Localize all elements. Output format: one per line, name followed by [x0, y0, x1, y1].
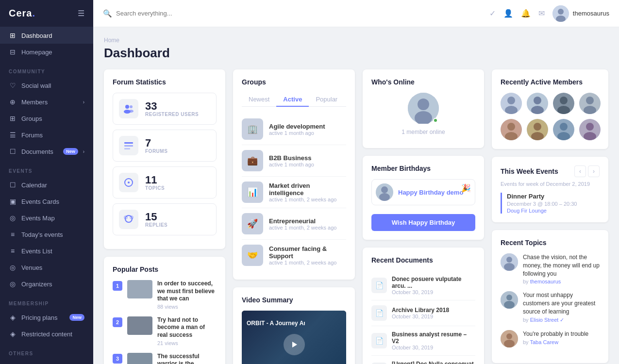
check-icon[interactable]: ✓: [489, 9, 496, 18]
search-box: 🔍: [103, 9, 484, 18]
birthday-avatar: [376, 183, 393, 201]
doc-name[interactable]: Donec posuere vulputate arcu. ...: [392, 276, 475, 289]
member-avatar[interactable]: [527, 119, 548, 140]
list-item: Your most unhappy customers are your gre…: [501, 291, 600, 323]
sidebar-item-restricted[interactable]: ◈ Restricted content: [0, 326, 93, 342]
sidebar-item-dashboard[interactable]: ⊞ Dashboard: [0, 27, 93, 44]
sidebar-item-label: Forums: [21, 132, 84, 139]
post-title[interactable]: The successful warrior is the average ma…: [157, 353, 217, 364]
sidebar-item-label: Members: [21, 99, 78, 106]
sidebar-item-social-wall[interactable]: ♡ Social wall: [0, 77, 93, 94]
topbar: 🔍 ✓ 👤 🔔 ✉ themosaurus: [93, 0, 619, 27]
svg-point-4: [130, 105, 133, 108]
sidebar-item-label: Groups: [21, 115, 84, 122]
birthday-item: Happy Birthday demo 🎉: [371, 179, 475, 205]
sidebar-item-todays-events[interactable]: ≡ Today's events: [0, 226, 93, 243]
sidebar-item-homepage[interactable]: ⊟ Homepage: [0, 44, 93, 60]
documents-icon: ☐: [9, 148, 17, 155]
wish-birthday-button[interactable]: Wish Happy Birthday: [371, 214, 475, 231]
group-name[interactable]: Market driven intelligence: [269, 182, 346, 197]
list-item: Chase the vision, not the money, the mon…: [501, 253, 600, 284]
cards-icon: ▣: [9, 198, 17, 205]
svg-rect-9: [124, 148, 130, 149]
doc-name[interactable]: Archive Library 2018: [392, 307, 449, 314]
svg-point-42: [560, 123, 568, 131]
member-avatar[interactable]: [527, 93, 548, 114]
bell-icon[interactable]: 🔔: [521, 9, 531, 18]
sidebar-item-calendar[interactable]: ☐ Calendar: [0, 177, 93, 193]
group-name[interactable]: Agile development: [269, 123, 325, 130]
list-item: 📄 Business analyst resume – V2 October 3…: [371, 326, 475, 356]
birthdays-title: Member Birthdays: [371, 165, 475, 172]
group-name[interactable]: Entrepreneurial: [269, 217, 336, 225]
hamburger-icon[interactable]: ☰: [78, 9, 84, 18]
list-item: 3 The successful warrior is the average …: [113, 353, 217, 364]
topic-text[interactable]: Chase the vision, not the money, the mon…: [523, 253, 600, 278]
member-avatar[interactable]: [553, 119, 574, 140]
group-meta: active 1 month, 2 weeks ago: [269, 197, 346, 202]
svg-point-22: [379, 193, 390, 201]
post-title[interactable]: In order to succeed, we must first belie…: [157, 280, 217, 303]
search-input[interactable]: [116, 10, 242, 17]
event-name[interactable]: Dinner Party: [507, 193, 600, 200]
chevron-right-icon: ›: [83, 149, 84, 154]
member-avatar[interactable]: [579, 119, 601, 140]
tab-newest[interactable]: Newest: [242, 93, 276, 107]
sidebar-item-events-list[interactable]: ≡ Events List: [0, 243, 93, 259]
svg-point-6: [129, 110, 134, 113]
sidebar-item-members[interactable]: ⊕ Members ›: [0, 94, 93, 110]
group-name[interactable]: B2B Business: [269, 154, 314, 162]
sidebar-item-venues[interactable]: ◎ Venues: [0, 259, 93, 276]
sidebar-item-documents[interactable]: ☐ Documents New ›: [0, 143, 93, 160]
tab-popular[interactable]: Popular: [309, 93, 344, 107]
topic-author-avatar: [501, 253, 518, 271]
sidebar-item-pricing[interactable]: ◈ Pricing plans New: [0, 309, 93, 326]
restricted-icon: ◈: [9, 330, 17, 338]
tab-active[interactable]: Active: [276, 93, 309, 107]
member-avatar[interactable]: [579, 93, 601, 114]
section-label-others: Others: [0, 342, 93, 359]
group-name[interactable]: Consumer facing & Support: [269, 245, 346, 260]
author-link[interactable]: Taba Carew: [530, 339, 558, 345]
play-button[interactable]: [284, 334, 305, 355]
popular-posts-title: Popular Posts: [113, 265, 217, 273]
sidebar-item-forums[interactable]: ☰ Forums: [0, 127, 93, 143]
doc-name[interactable]: [Urgent] Doc Nulla consequat ...: [392, 361, 475, 364]
popular-posts-card: Popular Posts 1 In order to succeed, we …: [104, 257, 225, 364]
prev-event-button[interactable]: ‹: [574, 165, 586, 177]
svg-point-55: [504, 340, 515, 347]
post-thumbnail: [127, 280, 152, 298]
stat-info: 7 FORUMS: [145, 138, 167, 154]
svg-rect-8: [124, 145, 133, 147]
sidebar-item-label: Events List: [21, 248, 84, 255]
post-title[interactable]: Try hard not to become a man of real suc…: [157, 316, 217, 339]
member-avatar[interactable]: [501, 93, 522, 114]
author-link[interactable]: themosaurus: [530, 279, 561, 284]
list-item: 📄 Archive Library 2018 October 30, 2019: [371, 300, 475, 326]
group-info: Consumer facing & Support active 1 month…: [269, 245, 346, 265]
topic-text[interactable]: You're probably in trouble: [523, 330, 588, 338]
member-avatar[interactable]: [553, 93, 574, 114]
sidebar-item-label: Today's events: [21, 231, 84, 238]
topic-text[interactable]: Your most unhappy customers are your gre…: [523, 291, 600, 315]
sidebar-item-groups[interactable]: ⊞ Groups: [0, 110, 93, 127]
events-header: This Week Events ‹ ›: [501, 165, 600, 177]
sidebar-item-news[interactable]: ☐ News Hot: [0, 359, 93, 364]
next-event-button[interactable]: ›: [588, 165, 600, 177]
sidebar-item-organizers[interactable]: ◎ Organizers: [0, 276, 93, 292]
document-icon: 📄: [371, 305, 387, 321]
member-avatar[interactable]: [501, 119, 522, 140]
user-profile[interactable]: themosaurus: [552, 5, 609, 22]
doc-name[interactable]: Business analyst resume – V2: [392, 331, 475, 345]
sidebar-item-events-map[interactable]: ◎ Events Map: [0, 210, 93, 226]
stat-info: 33 REGISTERED USERS: [145, 101, 199, 117]
svg-point-30: [560, 97, 568, 104]
dashboard-grid: Forum Statistics 33 REGISTERED USERS: [104, 69, 608, 364]
users-icon[interactable]: 👤: [503, 9, 513, 18]
middle-column: Groups Newest Active Popular 🏢 Agile dev…: [233, 69, 355, 364]
author-link[interactable]: Elisio Street ✓: [530, 317, 565, 323]
section-label-events: Events: [0, 160, 93, 177]
groups-title: Groups: [242, 78, 346, 86]
mail-icon[interactable]: ✉: [538, 9, 545, 18]
sidebar-item-events-cards[interactable]: ▣ Events Cards: [0, 193, 93, 210]
